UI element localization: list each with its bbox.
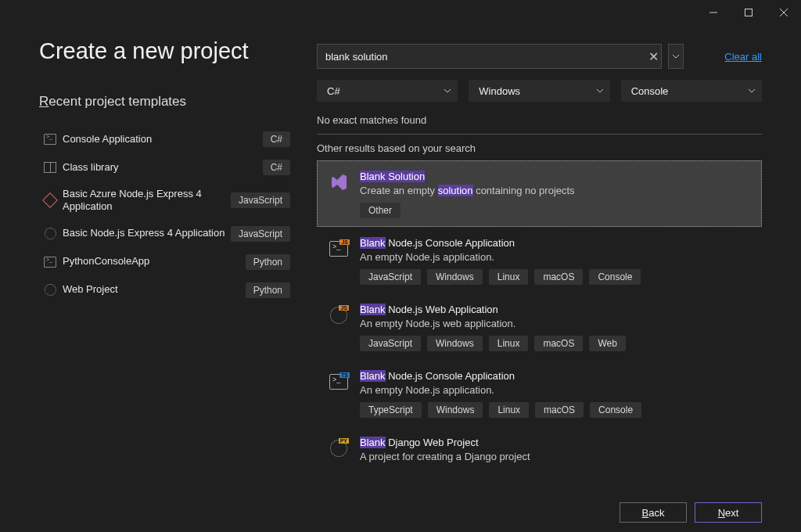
template-description: An empty Node.js application.: [360, 251, 752, 263]
lib-icon: [42, 161, 58, 174]
template-title: Blank Django Web Project: [360, 437, 752, 448]
template-icon: [327, 171, 350, 194]
template-result[interactable]: >_TSBlank Node.js Console ApplicationAn …: [317, 360, 762, 426]
divider: [317, 134, 762, 135]
recent-item[interactable]: Class libraryC#: [39, 153, 293, 182]
next-button[interactable]: Next: [695, 502, 762, 523]
tag: JavaScript: [360, 336, 421, 351]
language-badge: C#: [263, 131, 290, 147]
page-title: Create a new project: [39, 38, 293, 64]
template-description: An empty Node.js application.: [360, 384, 752, 396]
back-button[interactable]: Back: [620, 502, 687, 523]
azure-icon: [42, 194, 58, 207]
tag: Linux: [489, 336, 529, 351]
template-title: Blank Solution: [360, 171, 752, 182]
template-title: Blank Node.js Console Application: [360, 237, 752, 249]
template-icon: >_JS: [327, 237, 350, 261]
tag: Console: [589, 269, 641, 285]
template-title: Blank Node.js Console Application: [360, 370, 752, 382]
recent-list: Console ApplicationC#Class libraryC#Basi…: [39, 125, 293, 304]
recent-item[interactable]: Basic Azure Node.js Express 4 Applicatio…: [39, 182, 293, 220]
recent-templates-heading: Recent project templates: [39, 94, 293, 110]
globe-icon: [42, 228, 58, 240]
search-input[interactable]: [318, 51, 645, 63]
platform-filter[interactable]: Windows: [469, 80, 609, 102]
template-title: Blank Node.js Web Application: [360, 304, 752, 315]
tag: Windows: [428, 402, 483, 418]
template-result[interactable]: Blank SolutionCreate an empty solution c…: [317, 160, 762, 227]
no-match-text: No exact matches found: [317, 114, 762, 126]
template-icon: PY: [327, 437, 350, 460]
terminal-icon: [42, 133, 58, 146]
recent-item-label: Class library: [63, 161, 263, 174]
template-description: An empty Node.js web application.: [360, 318, 752, 329]
recent-item-label: Basic Azure Node.js Express 4 Applicatio…: [63, 188, 231, 214]
tag: macOS: [534, 336, 583, 351]
tag: Windows: [427, 269, 483, 285]
language-badge: JavaScript: [231, 226, 290, 242]
template-result[interactable]: JSBlank Node.js Web ApplicationAn empty …: [317, 293, 762, 360]
clear-search-icon[interactable]: ✕: [645, 45, 661, 68]
language-badge: Python: [246, 282, 290, 298]
titlebar: [0, 0, 801, 25]
language-badge: Python: [246, 254, 290, 270]
recent-item[interactable]: PythonConsoleAppPython: [39, 248, 293, 276]
tag: Linux: [489, 269, 529, 285]
search-box[interactable]: ✕: [317, 44, 662, 69]
tag: Windows: [427, 336, 483, 351]
other-results-heading: Other results based on your search: [317, 142, 762, 154]
tag: Linux: [489, 402, 529, 418]
tag: macOS: [534, 269, 583, 285]
language-filter[interactable]: C#: [317, 80, 458, 102]
terminal-icon: [42, 256, 58, 268]
template-result[interactable]: PYBlank Django Web ProjectA project for …: [317, 426, 762, 466]
svg-rect-1: [745, 9, 752, 16]
tag: Web: [589, 336, 625, 351]
tag: Other: [360, 203, 400, 218]
recent-item-label: Console Application: [63, 133, 263, 146]
project-type-filter[interactable]: Console: [621, 80, 762, 102]
maximize-button[interactable]: [731, 0, 766, 25]
template-icon: JS: [327, 304, 350, 327]
recent-item[interactable]: Basic Node.js Express 4 ApplicationJavaS…: [39, 220, 293, 248]
recent-item[interactable]: Console ApplicationC#: [39, 125, 293, 153]
svg-marker-4: [332, 174, 347, 190]
tag: macOS: [535, 402, 584, 418]
recent-item-label: Basic Node.js Express 4 Application: [63, 227, 231, 239]
tag: JavaScript: [360, 269, 421, 285]
tag: TypeScript: [360, 402, 422, 418]
template-icon: >_TS: [327, 370, 350, 394]
language-badge: JavaScript: [231, 192, 290, 208]
close-button[interactable]: [766, 0, 801, 25]
tag: Console: [590, 402, 641, 418]
recent-item-label: PythonConsoleApp: [63, 255, 246, 268]
language-badge: C#: [263, 160, 290, 175]
template-description: A project for creating a Django project: [360, 451, 752, 462]
recent-item-label: Web Project: [63, 283, 246, 296]
search-dropdown-button[interactable]: [668, 44, 684, 69]
template-description: Create an empty solution containing no p…: [360, 185, 752, 196]
globe-icon: [42, 284, 58, 297]
minimize-button[interactable]: [695, 0, 731, 25]
template-result[interactable]: >_JSBlank Node.js Console ApplicationAn …: [317, 227, 762, 293]
results-list: Blank SolutionCreate an empty solution c…: [317, 160, 762, 466]
recent-item[interactable]: Web ProjectPython: [39, 276, 293, 304]
clear-all-link[interactable]: Clear all: [724, 51, 762, 63]
